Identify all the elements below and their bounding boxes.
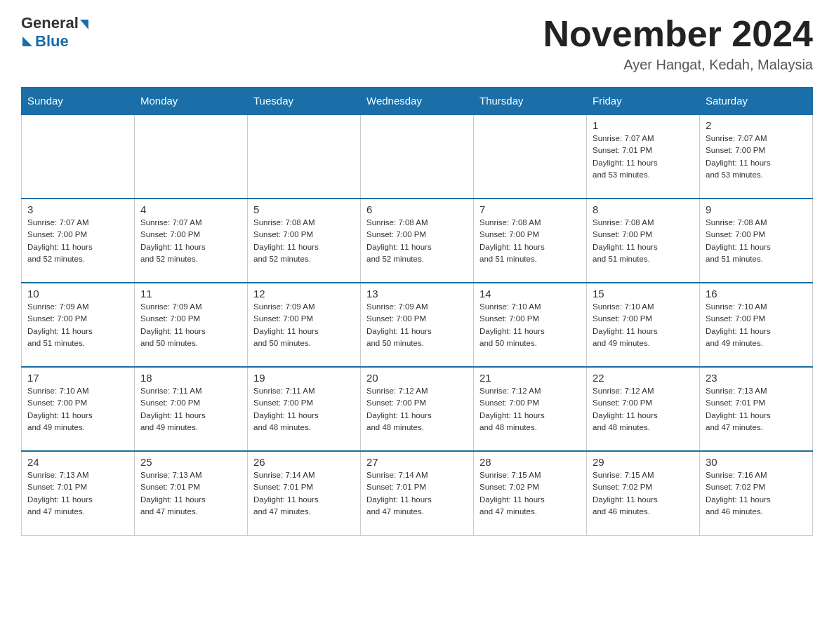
day-info: Sunrise: 7:16 AM Sunset: 7:02 PM Dayligh…	[706, 469, 807, 518]
day-number: 14	[479, 288, 581, 300]
calendar-cell: 25Sunrise: 7:13 AM Sunset: 7:01 PM Dayli…	[135, 451, 248, 535]
calendar-cell: 12Sunrise: 7:09 AM Sunset: 7:00 PM Dayli…	[248, 283, 361, 367]
day-info: Sunrise: 7:15 AM Sunset: 7:02 PM Dayligh…	[593, 469, 694, 518]
day-number: 2	[706, 119, 807, 131]
day-info: Sunrise: 7:11 AM Sunset: 7:00 PM Dayligh…	[253, 385, 355, 434]
day-number: 16	[706, 288, 807, 300]
day-info: Sunrise: 7:08 AM Sunset: 7:00 PM Dayligh…	[706, 217, 807, 265]
calendar-cell: 9Sunrise: 7:08 AM Sunset: 7:00 PM Daylig…	[700, 199, 813, 283]
day-number: 28	[479, 456, 581, 468]
day-info: Sunrise: 7:10 AM Sunset: 7:00 PM Dayligh…	[27, 385, 128, 434]
calendar-header-monday: Monday	[135, 88, 248, 115]
day-number: 29	[593, 456, 694, 468]
calendar-header-row: SundayMondayTuesdayWednesdayThursdayFrid…	[22, 88, 813, 115]
day-number: 18	[140, 372, 241, 384]
calendar-cell	[135, 114, 248, 199]
day-info: Sunrise: 7:13 AM Sunset: 7:01 PM Dayligh…	[27, 469, 128, 518]
day-info: Sunrise: 7:09 AM Sunset: 7:00 PM Dayligh…	[140, 301, 241, 349]
day-number: 20	[366, 372, 468, 384]
day-info: Sunrise: 7:10 AM Sunset: 7:00 PM Dayligh…	[593, 301, 694, 349]
logo: General Blue	[21, 14, 88, 51]
page-header: General Blue November 2024 Ayer Hangat, …	[21, 14, 813, 73]
day-number: 30	[706, 456, 807, 468]
day-info: Sunrise: 7:07 AM Sunset: 7:00 PM Dayligh…	[27, 217, 128, 265]
calendar-cell: 8Sunrise: 7:08 AM Sunset: 7:00 PM Daylig…	[587, 199, 700, 283]
calendar-week-1: 1Sunrise: 7:07 AM Sunset: 7:01 PM Daylig…	[22, 114, 813, 199]
day-number: 7	[479, 203, 581, 215]
calendar-header-thursday: Thursday	[474, 88, 587, 115]
title-section: November 2024 Ayer Hangat, Kedah, Malays…	[543, 14, 813, 73]
calendar-cell: 14Sunrise: 7:10 AM Sunset: 7:00 PM Dayli…	[474, 283, 587, 367]
day-info: Sunrise: 7:12 AM Sunset: 7:00 PM Dayligh…	[479, 385, 581, 434]
logo-blue-text: Blue	[35, 32, 69, 51]
calendar-cell: 29Sunrise: 7:15 AM Sunset: 7:02 PM Dayli…	[587, 451, 700, 535]
calendar-week-4: 17Sunrise: 7:10 AM Sunset: 7:00 PM Dayli…	[22, 367, 813, 451]
day-info: Sunrise: 7:09 AM Sunset: 7:00 PM Dayligh…	[27, 301, 128, 349]
calendar-week-5: 24Sunrise: 7:13 AM Sunset: 7:01 PM Dayli…	[22, 451, 813, 535]
calendar-cell: 16Sunrise: 7:10 AM Sunset: 7:00 PM Dayli…	[700, 283, 813, 367]
day-number: 6	[366, 203, 468, 215]
calendar-cell: 15Sunrise: 7:10 AM Sunset: 7:00 PM Dayli…	[587, 283, 700, 367]
day-number: 3	[27, 203, 128, 215]
day-number: 12	[253, 288, 355, 300]
calendar-cell	[22, 114, 135, 199]
day-info: Sunrise: 7:15 AM Sunset: 7:02 PM Dayligh…	[479, 469, 581, 518]
day-info: Sunrise: 7:10 AM Sunset: 7:00 PM Dayligh…	[706, 301, 807, 349]
calendar-header-wednesday: Wednesday	[361, 88, 474, 115]
calendar-header-saturday: Saturday	[700, 88, 813, 115]
day-number: 4	[140, 203, 241, 215]
calendar-cell: 22Sunrise: 7:12 AM Sunset: 7:00 PM Dayli…	[587, 367, 700, 451]
day-info: Sunrise: 7:11 AM Sunset: 7:00 PM Dayligh…	[140, 385, 241, 434]
day-info: Sunrise: 7:13 AM Sunset: 7:01 PM Dayligh…	[140, 469, 241, 518]
day-info: Sunrise: 7:12 AM Sunset: 7:00 PM Dayligh…	[593, 385, 694, 434]
calendar-cell: 18Sunrise: 7:11 AM Sunset: 7:00 PM Dayli…	[135, 367, 248, 451]
day-number: 15	[593, 288, 694, 300]
day-info: Sunrise: 7:14 AM Sunset: 7:01 PM Dayligh…	[366, 469, 468, 518]
day-number: 25	[140, 456, 241, 468]
day-number: 13	[366, 288, 468, 300]
location-text: Ayer Hangat, Kedah, Malaysia	[543, 57, 813, 73]
day-number: 26	[253, 456, 355, 468]
calendar-cell: 1Sunrise: 7:07 AM Sunset: 7:01 PM Daylig…	[587, 114, 700, 199]
calendar-cell: 20Sunrise: 7:12 AM Sunset: 7:00 PM Dayli…	[361, 367, 474, 451]
day-info: Sunrise: 7:07 AM Sunset: 7:00 PM Dayligh…	[140, 217, 241, 265]
calendar-cell: 23Sunrise: 7:13 AM Sunset: 7:01 PM Dayli…	[700, 367, 813, 451]
calendar-cell: 19Sunrise: 7:11 AM Sunset: 7:00 PM Dayli…	[248, 367, 361, 451]
day-number: 5	[253, 203, 355, 215]
calendar-cell	[248, 114, 361, 199]
calendar-cell: 26Sunrise: 7:14 AM Sunset: 7:01 PM Dayli…	[248, 451, 361, 535]
day-info: Sunrise: 7:07 AM Sunset: 7:00 PM Dayligh…	[706, 133, 807, 181]
calendar-cell: 6Sunrise: 7:08 AM Sunset: 7:00 PM Daylig…	[361, 199, 474, 283]
day-number: 17	[27, 372, 128, 384]
day-info: Sunrise: 7:12 AM Sunset: 7:00 PM Dayligh…	[366, 385, 468, 434]
logo-arrow-icon	[80, 20, 88, 29]
day-info: Sunrise: 7:10 AM Sunset: 7:00 PM Dayligh…	[479, 301, 581, 349]
day-number: 9	[706, 203, 807, 215]
day-number: 10	[27, 288, 128, 300]
day-number: 24	[27, 456, 128, 468]
day-number: 11	[140, 288, 241, 300]
calendar-cell	[474, 114, 587, 199]
calendar-cell: 24Sunrise: 7:13 AM Sunset: 7:01 PM Dayli…	[22, 451, 135, 535]
day-info: Sunrise: 7:08 AM Sunset: 7:00 PM Dayligh…	[253, 217, 355, 265]
day-number: 22	[593, 372, 694, 384]
day-number: 19	[253, 372, 355, 384]
logo-general-text: General	[21, 14, 79, 32]
calendar-cell: 13Sunrise: 7:09 AM Sunset: 7:00 PM Dayli…	[361, 283, 474, 367]
calendar-cell: 21Sunrise: 7:12 AM Sunset: 7:00 PM Dayli…	[474, 367, 587, 451]
calendar-cell	[361, 114, 474, 199]
calendar-table: SundayMondayTuesdayWednesdayThursdayFrid…	[21, 87, 813, 536]
day-info: Sunrise: 7:08 AM Sunset: 7:00 PM Dayligh…	[593, 217, 694, 265]
calendar-cell: 11Sunrise: 7:09 AM Sunset: 7:00 PM Dayli…	[135, 283, 248, 367]
day-number: 8	[593, 203, 694, 215]
day-info: Sunrise: 7:08 AM Sunset: 7:00 PM Dayligh…	[479, 217, 581, 265]
calendar-cell: 3Sunrise: 7:07 AM Sunset: 7:00 PM Daylig…	[22, 199, 135, 283]
calendar-cell: 2Sunrise: 7:07 AM Sunset: 7:00 PM Daylig…	[700, 114, 813, 199]
calendar-header-friday: Friday	[587, 88, 700, 115]
day-number: 1	[593, 119, 694, 131]
day-info: Sunrise: 7:09 AM Sunset: 7:00 PM Dayligh…	[253, 301, 355, 349]
day-info: Sunrise: 7:08 AM Sunset: 7:00 PM Dayligh…	[366, 217, 468, 265]
calendar-header-sunday: Sunday	[22, 88, 135, 115]
calendar-week-2: 3Sunrise: 7:07 AM Sunset: 7:00 PM Daylig…	[22, 199, 813, 283]
day-number: 21	[479, 372, 581, 384]
